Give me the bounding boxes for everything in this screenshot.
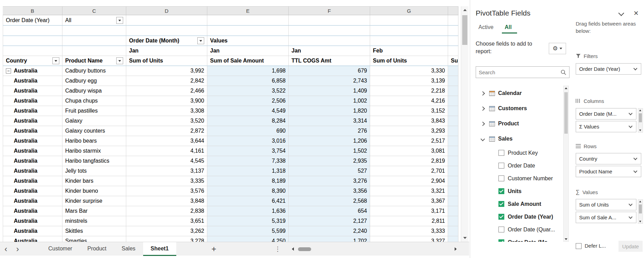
cell-units-jan[interactable]: 3,520 xyxy=(126,116,207,126)
panel-collapse-chevron-icon[interactable] xyxy=(618,10,624,16)
cell-units-feb[interactable]: 2,701 xyxy=(370,166,448,176)
cell-partial[interactable] xyxy=(448,216,458,226)
sheet-nav-next-icon[interactable] xyxy=(12,242,23,256)
expand-chevron-icon[interactable] xyxy=(480,122,485,126)
cell-cogs-jan[interactable]: 1,502 xyxy=(289,146,370,156)
cell-partial[interactable] xyxy=(448,126,458,136)
cell-product[interactable]: Cadbury wispa xyxy=(62,86,126,96)
cell-units-jan[interactable]: 3,335 xyxy=(126,176,207,186)
cell-cogs-jan[interactable]: 1,409 xyxy=(289,86,370,96)
expand-chevron-icon[interactable] xyxy=(480,106,485,111)
cell-units-jan[interactable]: 4,161 xyxy=(126,146,207,156)
cell-sale-jan[interactable]: 3,754 xyxy=(207,146,289,156)
cell-units-feb[interactable]: 3,152 xyxy=(370,106,448,116)
cell[interactable] xyxy=(448,46,458,56)
expand-chevron-icon[interactable] xyxy=(480,91,485,96)
cell-units-jan[interactable]: 3,262 xyxy=(126,226,207,236)
cell-value-header[interactable]: Sum of Units xyxy=(126,56,207,66)
cell-cogs-jan[interactable]: 2,240 xyxy=(289,226,370,236)
sheet-tab[interactable]: Product xyxy=(80,242,114,256)
cell-units-jan[interactable]: 2,838 xyxy=(126,206,207,216)
area-field-pill[interactable]: Sum of Units xyxy=(576,199,636,210)
cell-partial[interactable] xyxy=(448,146,458,156)
cell[interactable] xyxy=(289,26,370,36)
cell-cogs-jan[interactable]: 1,820 xyxy=(289,106,370,116)
cell-country[interactable]: Australia xyxy=(3,216,62,226)
cell-partial[interactable] xyxy=(448,166,458,176)
cell-country[interactable]: Australia xyxy=(3,86,62,96)
cell-units-feb[interactable]: 3,330 xyxy=(370,66,448,76)
cell-product[interactable]: Haribo starmix xyxy=(62,146,126,156)
column-header[interactable]: G xyxy=(370,7,448,15)
cell[interactable] xyxy=(62,26,126,36)
area-field-pill[interactable]: Order Date (Year) xyxy=(576,63,641,75)
sheet-tab[interactable]: Sales xyxy=(114,242,143,256)
cell-units-feb[interactable]: 3,843 xyxy=(370,116,448,126)
cell-sale-jan[interactable]: 8,189 xyxy=(207,176,289,186)
cell-partial[interactable] xyxy=(448,106,458,116)
field-row[interactable]: Order Date xyxy=(476,159,563,172)
cell-country[interactable]: Australia xyxy=(3,226,62,236)
cell-partial[interactable] xyxy=(448,96,458,106)
cell-country[interactable]: Australia xyxy=(3,186,62,196)
cell[interactable] xyxy=(207,26,289,36)
sheet-tab[interactable]: Customer xyxy=(41,242,80,256)
cell-partial[interactable] xyxy=(448,156,458,166)
field-row[interactable]: Sale Amount xyxy=(476,198,563,210)
cell-units-feb[interactable]: 2,819 xyxy=(370,156,448,166)
cell-month-header[interactable]: Order Date (Month) xyxy=(126,36,207,46)
cell-sale-jan[interactable]: 1,636 xyxy=(207,206,289,216)
horizontal-scrollbar-thumb[interactable] xyxy=(298,247,311,251)
field-checkbox[interactable] xyxy=(498,201,504,207)
column-header[interactable]: C xyxy=(62,7,126,15)
cell[interactable] xyxy=(448,26,458,36)
cell-cogs-jan[interactable]: 1,002 xyxy=(289,96,370,106)
cell-partial[interactable] xyxy=(448,176,458,186)
scroll-left-icon[interactable] xyxy=(289,242,297,256)
cell-product[interactable]: Kinder bars xyxy=(62,176,126,186)
field-row[interactable]: Product Key xyxy=(476,146,563,159)
cell-month-feb[interactable]: Feb xyxy=(370,46,448,56)
scroll-down-icon[interactable] xyxy=(639,221,641,222)
cell-sale-jan[interactable]: 4,250 xyxy=(207,236,289,242)
cell-units-feb[interactable]: 2,811 xyxy=(370,216,448,226)
scrollbar-thumb[interactable] xyxy=(639,113,642,122)
cell-partial[interactable] xyxy=(448,86,458,96)
field-list-scrollbar-thumb[interactable] xyxy=(564,92,568,134)
tools-button[interactable] xyxy=(549,43,566,54)
filter-dropdown-icon[interactable] xyxy=(116,17,123,24)
update-button[interactable]: Update xyxy=(618,241,643,252)
cell-country[interactable]: Australia xyxy=(3,106,62,116)
cell-cogs-jan[interactable]: 2,743 xyxy=(289,76,370,86)
cell-cogs-jan[interactable]: 1,702 xyxy=(289,236,370,242)
cell[interactable] xyxy=(207,15,289,26)
cell[interactable] xyxy=(3,36,62,46)
cell[interactable] xyxy=(448,15,458,26)
cell-filter-value[interactable]: All xyxy=(62,15,126,26)
cell[interactable] xyxy=(62,36,126,46)
column-header-partial[interactable] xyxy=(448,7,458,15)
cell[interactable] xyxy=(3,26,62,36)
cell-units-jan[interactable]: 2,842 xyxy=(126,76,207,86)
field-checkbox[interactable] xyxy=(498,214,504,220)
sheet-tab[interactable]: Sheet1 xyxy=(143,242,176,256)
field-table-row[interactable]: Calendar xyxy=(476,86,563,101)
cell-partial[interactable] xyxy=(448,206,458,216)
cell-units-feb[interactable]: 2,904 xyxy=(370,176,448,186)
cell-units-feb[interactable]: 3,333 xyxy=(370,226,448,236)
cell-cogs-jan[interactable]: 3,356 xyxy=(289,186,370,196)
columns-area-scrollbar[interactable] xyxy=(638,108,643,133)
cell-units-jan[interactable]: 3,644 xyxy=(126,136,207,146)
cell-product[interactable]: Jelly tots xyxy=(62,166,126,176)
cell[interactable] xyxy=(289,15,370,26)
cell-cogs-jan[interactable]: 527 xyxy=(289,166,370,176)
field-row[interactable]: Order Date (Mo... xyxy=(476,236,563,242)
field-checkbox[interactable] xyxy=(498,227,504,232)
cell-product[interactable]: minstrels xyxy=(62,216,126,226)
cell-product[interactable]: Kinder surprise xyxy=(62,196,126,206)
expand-chevron-icon[interactable] xyxy=(480,137,485,141)
cell-sale-jan[interactable]: 2,506 xyxy=(207,96,289,106)
cell[interactable] xyxy=(448,36,458,46)
cell-units-feb[interactable]: 3,139 xyxy=(370,76,448,86)
cell-sale-jan[interactable]: 6,421 xyxy=(207,196,289,206)
